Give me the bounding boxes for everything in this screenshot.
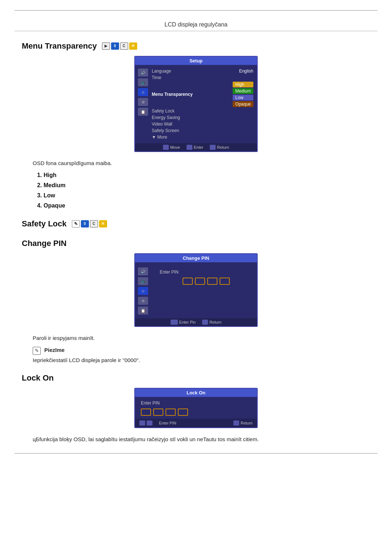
osd-row-transparency: Menu Transparency High Medium Low Opaque	[152, 81, 253, 108]
note-default-pin: Iepriekčiestatiī LCD displeja parole ir …	[33, 357, 370, 363]
pin-footer-return-icon	[202, 320, 208, 325]
osd-sidebar: 🔊 📺 ⊙ ⚙ 📋	[136, 67, 150, 141]
note-label: Piezīme	[44, 347, 65, 353]
osd-row-more: ▼ More	[152, 134, 253, 140]
pin-footer-icon	[171, 320, 178, 325]
osd-footer-move-label: Move	[170, 145, 180, 149]
pin-footer-return: Return	[202, 320, 221, 325]
lockon-footer-icon2	[147, 420, 152, 426]
change-pin-heading: Change PIN	[22, 239, 370, 248]
osd-row-language: Language English	[152, 68, 253, 74]
note-line: ✎ Piezīme	[33, 347, 370, 355]
lock-on-desc: цБfunkcija bloķy OSD, lai saglabītu iest…	[33, 436, 370, 442]
safety-lock-section: Safety Lock ✎ 0 C H	[22, 219, 370, 229]
osd-footer-enter-label: Enter	[194, 145, 203, 149]
pin-icon-sound: 🔊	[138, 267, 148, 275]
osd-opt-medium: Medium	[233, 88, 253, 94]
badge-h-sl: H	[99, 220, 107, 227]
osd-icon-display: 📺	[138, 78, 148, 86]
transparency-list: High Medium Low Opaque	[44, 172, 370, 209]
osd-icon-gear: ⚙	[138, 98, 148, 106]
badge-c-sl: C	[90, 220, 98, 227]
lockon-footer-icon1	[139, 420, 145, 426]
pin-enter-label: Enter PIN	[160, 270, 179, 275]
top-rule	[15, 10, 377, 15]
lock-on-heading: Lock On	[22, 373, 370, 383]
safety-lock-title: Safety Lock	[22, 219, 67, 229]
osd-main-content: Language English Time Menu Transparency …	[150, 67, 256, 141]
lockon-box-3	[166, 409, 176, 416]
lockon-box-1	[141, 409, 151, 416]
lockon-footer-symbol	[139, 420, 152, 426]
badge-pencil: ✎	[72, 220, 80, 227]
lockon-footer-return: Return	[233, 420, 253, 426]
menu-transparency-heading: Menu Transparency ▶ 0 C H	[22, 41, 370, 51]
osd-footer-enter: Enter	[187, 145, 203, 150]
page-title: LCD displeja regulyčana	[0, 15, 392, 28]
pin-box-3	[207, 278, 217, 285]
list-item-opaque: Opaque	[44, 202, 370, 209]
pin-icon-settings: ⊙	[138, 287, 148, 295]
transparency-desc: OSD fona caurspīdīguma maiba.	[33, 160, 370, 166]
lockon-return-label: Return	[241, 421, 253, 425]
osd-row-time: Time	[152, 74, 253, 81]
osd-footer-move: Move	[163, 145, 180, 150]
pin-box-1	[183, 278, 193, 285]
lock-on-footer: Enter PIN Return	[135, 419, 257, 427]
pin-sidebar: 🔊 📺 ⊙ ⚙ 📋	[136, 266, 150, 315]
section-divider-top	[15, 31, 377, 31]
lock-on-enter-label: Enter PIN	[141, 401, 160, 406]
osd-opt-low: Low	[233, 95, 253, 100]
lock-on-section: Lock On Lock On Enter PIN En	[22, 373, 370, 442]
pin-input-row	[183, 278, 230, 285]
osd-footer-return-label: Return	[217, 145, 229, 149]
pin-main: Enter PIN	[150, 266, 256, 315]
osd-footer-enter-icon	[187, 145, 192, 150]
badge-h: H	[129, 42, 137, 50]
osd-icon-settings: ⊙	[138, 88, 148, 96]
osd-footer-return-icon	[210, 145, 216, 150]
osd-setup-box: Setup 🔊 📺 ⊙ ⚙ 📋 Language English Time	[134, 56, 258, 152]
lockon-box-4	[178, 409, 188, 416]
lockon-box-2	[153, 409, 163, 416]
pin-footer: Enter Pin Return	[135, 318, 257, 326]
osd-setup-titlebar: Setup	[135, 57, 257, 65]
note-pencil-icon: ✎	[33, 347, 41, 355]
badge-arrow: ▶	[102, 42, 110, 50]
badge-0: 0	[111, 42, 119, 50]
lock-on-titlebar: Lock On	[135, 389, 257, 397]
change-pin-section: Change PIN Change PIN 🔊 📺 ⊙ ⚙ 📋 Enter PI…	[22, 239, 370, 363]
lockon-footer-enter-pin: Enter PIN	[159, 421, 176, 425]
list-item-low: Low	[44, 192, 370, 199]
lock-on-box: Lock On Enter PIN Enter PIN	[134, 388, 258, 428]
badge-c: C	[120, 42, 128, 50]
pin-footer-return-label: Return	[209, 320, 221, 324]
safety-lock-heading: Safety Lock ✎ 0 C H	[22, 219, 370, 229]
change-pin-desc: Paroli ir iespyjams mainīt.	[33, 335, 370, 341]
osd-footer-return: Return	[210, 145, 229, 150]
pin-icon-display: 📺	[138, 277, 148, 285]
pin-footer-enter-pin: Enter Pin	[171, 320, 196, 325]
pin-box-4	[220, 278, 230, 285]
bottom-rule	[15, 453, 377, 454]
change-pin-box: Change PIN 🔊 📺 ⊙ ⚙ 📋 Enter PIN	[134, 253, 258, 327]
osd-row-videowall: Video Wall	[152, 121, 253, 127]
lockon-return-icon	[233, 420, 239, 426]
lockon-footer-enter-label: Enter PIN	[159, 421, 176, 425]
osd-row-safety: Safety Lock	[152, 108, 253, 114]
menu-transparency-section: Menu Transparency ▶ 0 C H Setup 🔊 📺 ⊙ ⚙ …	[22, 41, 370, 209]
osd-row-safetyscreen: Safety Screen	[152, 127, 253, 134]
lock-on-input-row	[141, 409, 188, 416]
pin-box-2	[195, 278, 205, 285]
change-pin-body: 🔊 📺 ⊙ ⚙ 📋 Enter PIN	[135, 262, 257, 318]
lock-on-title: Lock On	[22, 373, 54, 383]
pin-icon-gear: ⚙	[138, 297, 148, 305]
lock-on-body: Enter PIN	[135, 397, 257, 419]
osd-icon-sound: 🔊	[138, 69, 148, 77]
osd-opt-high: High	[233, 82, 253, 87]
change-pin-titlebar: Change PIN	[135, 254, 257, 262]
osd-footer: Move Enter Return	[135, 143, 257, 151]
list-item-medium: Medium	[44, 182, 370, 189]
change-pin-title: Change PIN	[22, 239, 66, 248]
osd-footer-move-icon	[163, 145, 169, 150]
